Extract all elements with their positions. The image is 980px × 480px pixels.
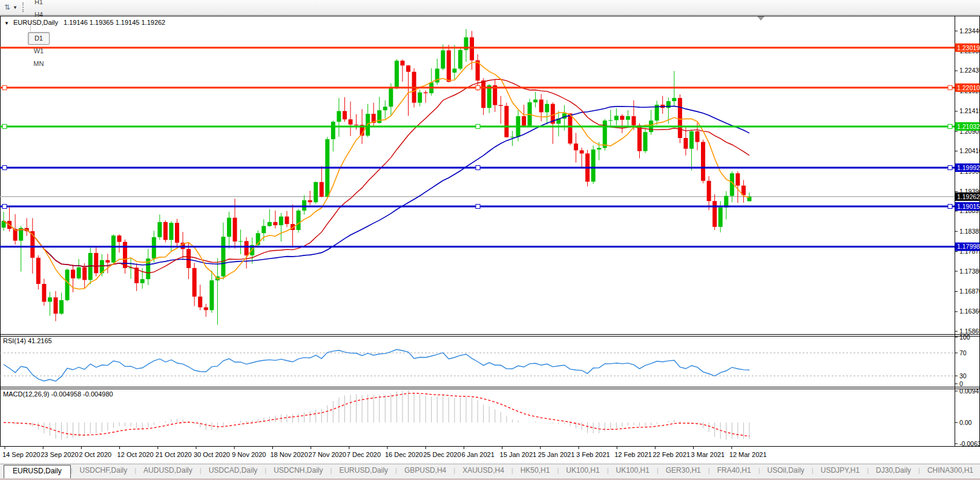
candle-body xyxy=(117,235,122,242)
candle-body xyxy=(418,93,422,103)
candle-body xyxy=(71,269,75,278)
date-axis-label: 25 Dec 2020 xyxy=(423,451,461,458)
chart-tabs: EURUSD,Daily|USDCHF,Daily|AUDUSD,Daily|U… xyxy=(4,464,980,480)
date-axis-label: 9 Nov 2020 xyxy=(232,451,266,458)
macd-indicator-label: MACD(12,26,9) -0.004958 -0.004980 xyxy=(3,390,113,398)
chart-title: ▼ EURUSD,Daily 1.19146 1.19365 1.19145 1… xyxy=(4,19,165,26)
chart-tab-usdjpy-h1[interactable]: USDJPY,H1 xyxy=(814,464,867,477)
date-axis-label: 7 Dec 2020 xyxy=(347,451,381,458)
chart-tab-usdcad-daily[interactable]: USDCAD,Daily xyxy=(202,464,265,477)
line-handle[interactable] xyxy=(476,166,480,170)
macd-axis-label: 0.00 xyxy=(959,419,972,426)
price-axis-label: 1.22435 xyxy=(959,67,980,74)
candle-body xyxy=(308,200,312,202)
date-axis-label: 3 Feb 2021 xyxy=(576,451,610,458)
candle-body xyxy=(238,241,243,242)
line-handle[interactable] xyxy=(2,166,7,170)
candle-body xyxy=(233,218,237,242)
line-handle[interactable] xyxy=(2,124,7,128)
chart-tab-xauusd-h4[interactable]: XAUUSD,H4 xyxy=(455,464,511,477)
candle-body xyxy=(227,218,231,237)
chart-tab-usoil-daily[interactable]: USOil,Daily xyxy=(760,464,812,477)
candle-body xyxy=(719,208,723,227)
chart-tab-uk100-h1[interactable]: UK100,H1 xyxy=(609,464,657,477)
collapse-arrow-icon[interactable]: ▼ xyxy=(4,21,9,26)
line-handle[interactable] xyxy=(948,85,952,90)
chart-canvas[interactable]: 1.234401.229301.224351.219251.214151.209… xyxy=(0,0,980,480)
toolbar-grip[interactable] xyxy=(22,2,24,12)
date-axis-label: 12 Mar 2021 xyxy=(729,451,767,458)
rsi-axis-label: 0 xyxy=(959,380,963,387)
date-axis-label: 3 Mar 2021 xyxy=(691,451,725,458)
price-axis-label: 1.17380 xyxy=(959,268,980,275)
price-axis-label: 1.20410 xyxy=(959,147,980,154)
price-badge-label: 1.22010 xyxy=(957,84,980,91)
price-axis-label: 1.18385 xyxy=(959,228,980,235)
candle-body xyxy=(603,120,607,148)
price-badge-label: 1.19015 xyxy=(957,203,980,210)
timeframe-button-h1[interactable]: H1 xyxy=(28,0,50,8)
chart-tab-audusd-daily[interactable]: AUDUSD,Daily xyxy=(136,464,200,477)
chart-tab-gbpusd-h4[interactable]: GBPUSD,H4 xyxy=(397,464,453,477)
candle-body xyxy=(712,201,717,227)
rsi-axis-label: 70 xyxy=(959,349,967,357)
candle-body xyxy=(539,99,544,112)
candle-body xyxy=(65,269,70,300)
chart-tab-fra40-h1[interactable]: FRA40,H1 xyxy=(710,464,758,477)
chart-tab-hk50-h1[interactable]: HK50,H1 xyxy=(513,464,557,477)
chart-tab-china300-h1[interactable]: CHINA300,H1 xyxy=(920,464,980,477)
date-axis-label: 30 Oct 2020 xyxy=(194,451,230,458)
line-handle[interactable] xyxy=(476,124,480,128)
candle-body xyxy=(261,226,266,233)
line-handle[interactable] xyxy=(2,205,7,209)
candle-body xyxy=(470,38,474,61)
price-axis-label: 1.21415 xyxy=(959,107,980,114)
line-handle[interactable] xyxy=(476,85,480,90)
macd-axis-label: -0.006386 xyxy=(959,440,980,447)
date-axis-label: 2 Oct 2020 xyxy=(79,451,111,458)
ohlc-values: 1.19146 1.19365 1.19145 1.19262 xyxy=(64,19,165,26)
date-axis-label: 22 Feb 2021 xyxy=(653,451,690,458)
candle-body xyxy=(481,81,485,108)
dropdown-caret-icon[interactable]: ▼ xyxy=(13,5,18,10)
candle-body xyxy=(499,105,503,106)
chart-tab-usdchf-daily[interactable]: USDCHF,Daily xyxy=(73,464,135,477)
candle-body xyxy=(683,138,688,149)
timeframe-button-w1[interactable]: W1 xyxy=(28,45,50,58)
candle-body xyxy=(504,106,508,137)
candle-body xyxy=(643,132,648,151)
candle-body xyxy=(620,116,624,120)
candle-body xyxy=(314,182,318,202)
candle-body xyxy=(678,98,682,138)
line-handle[interactable] xyxy=(476,205,480,209)
timeframe-buttons: M1M5M15M30H1H4D1W1MN xyxy=(27,0,50,70)
chart-tab-uk100-h1[interactable]: UK100,H1 xyxy=(559,464,607,477)
date-axis-label: 6 Jan 2021 xyxy=(461,451,494,458)
candle-body xyxy=(522,116,526,126)
line-handle[interactable] xyxy=(2,85,7,90)
candle-body xyxy=(447,50,451,82)
timeframe-button-mn[interactable]: MN xyxy=(28,58,50,70)
date-axis-label: 23 Sep 2020 xyxy=(41,451,78,458)
chart-tab-dj30-daily[interactable]: DJ30,Daily xyxy=(869,464,918,477)
candle-body xyxy=(331,122,335,139)
line-handle[interactable] xyxy=(948,205,952,209)
cursor-mode-icon[interactable]: ⇅ xyxy=(2,2,13,13)
chart-tab-ger30-h1[interactable]: GER30,H1 xyxy=(659,464,708,477)
date-axis-label: 12 Oct 2020 xyxy=(117,451,154,458)
candle-body xyxy=(580,150,584,153)
chart-tab-eurusd-daily[interactable]: EURUSD,Daily xyxy=(332,464,395,477)
candle-body xyxy=(343,111,347,119)
candle-body xyxy=(458,50,462,69)
date-axis-label: 16 Dec 2020 xyxy=(385,451,423,458)
date-axis-label: 15 Jan 2021 xyxy=(500,451,537,458)
chart-tab-eurusd-daily[interactable]: EURUSD,Daily xyxy=(4,465,71,478)
chart-tab-usdcnh-daily[interactable]: USDCNH,Daily xyxy=(266,464,330,477)
candle-body xyxy=(395,61,399,88)
line-handle[interactable] xyxy=(948,124,952,128)
candle-body xyxy=(152,237,156,258)
candle-body xyxy=(400,61,404,65)
timeframe-button-d1[interactable]: D1 xyxy=(28,32,50,45)
line-handle[interactable] xyxy=(948,166,952,170)
candle-body xyxy=(406,65,410,71)
